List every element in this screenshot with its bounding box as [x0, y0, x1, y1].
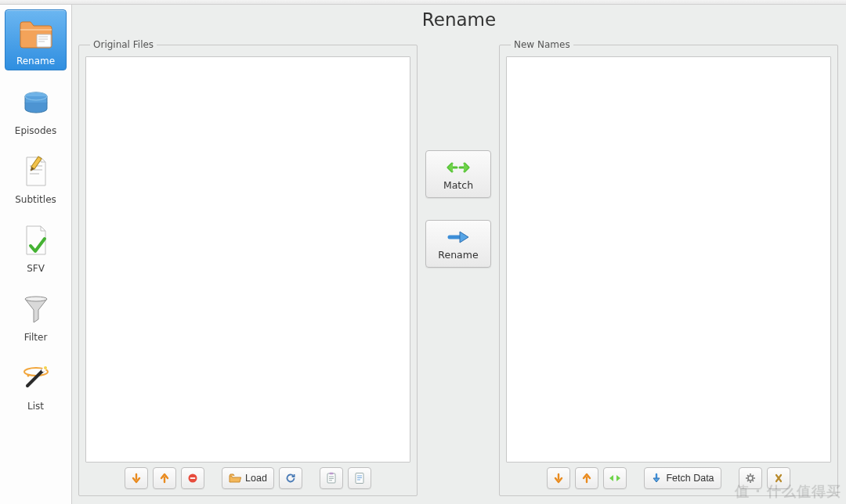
match-button[interactable]: Match	[425, 150, 491, 198]
swap-button[interactable]	[767, 467, 790, 489]
history-button[interactable]	[348, 467, 371, 489]
arrow-down-icon	[553, 473, 564, 484]
svg-point-8	[27, 375, 29, 377]
new-names-legend: New Names	[511, 39, 573, 50]
arrow-up-icon	[159, 473, 170, 484]
rename-button-label: Rename	[438, 249, 478, 261]
new-names-toolbar: Fetch Data	[506, 463, 831, 489]
svg-rect-10	[190, 477, 195, 479]
rename-button[interactable]: Rename	[425, 220, 491, 268]
download-icon	[651, 473, 662, 484]
move-down-button[interactable]	[125, 467, 148, 489]
original-files-legend: Original Files	[90, 39, 157, 50]
svg-point-20	[748, 476, 753, 481]
sidebar-item-list[interactable]: List	[5, 355, 67, 415]
settings-button[interactable]	[739, 467, 762, 489]
load-button-label: Load	[245, 473, 267, 484]
svg-rect-12	[329, 473, 333, 474]
new-names-list[interactable]	[506, 56, 831, 463]
sidebar-item-label: Rename	[16, 56, 55, 67]
fetch-data-button[interactable]: Fetch Data	[644, 467, 721, 489]
refresh-button[interactable]	[279, 467, 302, 489]
svg-marker-17	[609, 475, 613, 481]
sidebar-item-label: SFV	[27, 263, 45, 274]
sidebar: Rename Episodes	[0, 5, 72, 504]
svg-point-7	[44, 366, 47, 369]
app-frame: Rename Episodes	[0, 5, 846, 504]
center-column: Match Rename	[418, 39, 499, 496]
auto-align-button[interactable]	[603, 467, 627, 489]
sidebar-item-episodes[interactable]: Episodes	[5, 80, 67, 139]
match-arrows-small-icon	[609, 473, 621, 484]
sidebar-item-sfv[interactable]: SFV	[5, 218, 67, 277]
sidebar-item-subtitles[interactable]: Subtitles	[5, 149, 67, 208]
folder-open-icon	[229, 473, 241, 484]
swap-icon	[773, 473, 784, 484]
refresh-icon	[285, 473, 296, 484]
fetch-data-button-label: Fetch Data	[666, 473, 714, 484]
move-up-button[interactable]	[575, 467, 598, 489]
match-button-label: Match	[443, 179, 473, 191]
document-pencil-icon	[17, 153, 55, 191]
stack-icon	[17, 85, 55, 122]
new-names-panel: New Names	[499, 39, 838, 496]
document-check-icon	[17, 222, 55, 260]
remove-icon	[187, 473, 198, 484]
arrow-down-icon	[131, 473, 142, 484]
document-list-icon	[354, 472, 365, 484]
gear-icon	[745, 473, 756, 484]
original-files-toolbar: Load	[85, 463, 410, 489]
workarea: Original Files	[72, 31, 846, 504]
original-files-list[interactable]	[85, 56, 410, 463]
original-files-panel: Original Files	[78, 39, 418, 496]
folder-rename-icon	[17, 15, 55, 52]
move-up-button[interactable]	[153, 467, 176, 489]
page-title: Rename	[72, 5, 846, 31]
sidebar-item-rename[interactable]: Rename	[5, 9, 67, 70]
arrow-up-icon	[581, 473, 592, 484]
remove-button[interactable]	[181, 467, 204, 489]
svg-marker-16	[460, 232, 468, 243]
wand-icon	[17, 360, 55, 398]
svg-marker-19	[653, 478, 660, 482]
sidebar-item-label: List	[27, 401, 44, 412]
svg-point-5	[25, 297, 47, 301]
clipboard-button[interactable]	[320, 467, 343, 489]
main-area: Rename Original Files	[72, 5, 846, 504]
svg-marker-18	[616, 475, 620, 481]
sidebar-item-label: Episodes	[15, 125, 56, 136]
funnel-icon	[17, 291, 55, 329]
move-down-button[interactable]	[547, 467, 570, 489]
match-arrows-icon	[446, 159, 470, 176]
load-button[interactable]: Load	[222, 467, 274, 489]
rename-arrow-icon	[446, 229, 470, 246]
sidebar-item-filter[interactable]: Filter	[5, 286, 67, 346]
sidebar-item-label: Subtitles	[15, 194, 56, 205]
clipboard-icon	[326, 472, 337, 484]
sidebar-item-label: Filter	[24, 332, 48, 343]
